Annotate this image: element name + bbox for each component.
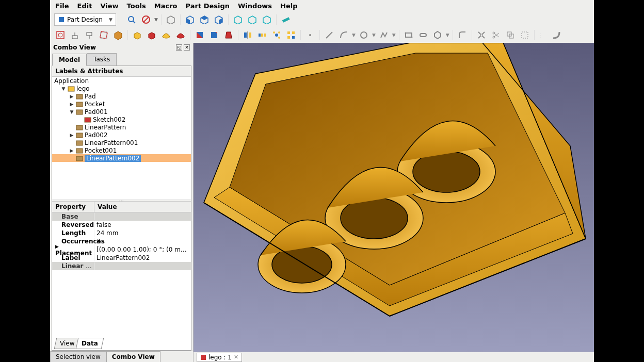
construction-button[interactable] — [519, 29, 531, 41]
tree-item[interactable]: ▶Pocket001 — [52, 146, 191, 154]
expand-arrow-icon[interactable]: ▶ — [69, 148, 74, 153]
tab-selection-view[interactable]: Selection view — [50, 351, 106, 362]
property-row[interactable]: ▶Placement[(0.00 0.00 1.00); 0 °; (0 mm … — [52, 245, 191, 254]
chevron-down-icon[interactable]: ▼ — [154, 17, 158, 22]
draft-button[interactable] — [222, 29, 235, 41]
bottom-view-button[interactable] — [246, 13, 259, 26]
svg-rect-44 — [292, 31, 295, 34]
chevron-down-icon[interactable]: ▼ — [446, 32, 449, 38]
pocket-button[interactable] — [146, 29, 158, 41]
measure-button[interactable] — [280, 13, 292, 26]
ruler-icon — [281, 15, 291, 24]
svg-point-57 — [480, 34, 482, 36]
fillet-button[interactable] — [194, 29, 206, 41]
fillet-sketch-button[interactable] — [456, 29, 469, 41]
menu-tools[interactable]: Tools — [127, 2, 146, 10]
tree-item[interactable]: LinearPattern002 — [52, 154, 191, 162]
mirrored-button[interactable] — [242, 29, 254, 41]
tree-item[interactable]: ▶Pad — [52, 92, 191, 100]
document-tab[interactable]: lego : 1 ✕ — [197, 353, 242, 362]
tab-tasks[interactable]: Tasks — [87, 53, 117, 65]
front-view-button[interactable] — [184, 13, 196, 26]
chamfer-button[interactable] — [208, 29, 220, 41]
pad-button[interactable] — [131, 29, 143, 41]
iso-view-button[interactable] — [165, 13, 177, 26]
groove-button[interactable] — [174, 29, 187, 41]
tree-item[interactable]: Sketch002 — [52, 116, 191, 123]
slot-button[interactable] — [417, 29, 429, 41]
right-view-button[interactable] — [213, 13, 225, 26]
property-row[interactable]: Length24 mm — [52, 229, 191, 237]
chevron-down-icon[interactable]: ▼ — [352, 32, 356, 38]
revolution-button[interactable] — [160, 29, 172, 41]
chevron-down-icon[interactable]: ▼ — [372, 32, 376, 38]
fillet2-icon — [458, 30, 467, 40]
tree-item[interactable]: ▼Pad001 — [52, 108, 191, 116]
map-icon — [99, 30, 108, 40]
menu-windows[interactable]: Windows — [238, 2, 272, 10]
polyline-button[interactable] — [378, 29, 390, 41]
tree-item[interactable]: ▼lego — [52, 85, 191, 92]
point-button[interactable] — [304, 29, 316, 41]
svg-line-61 — [494, 33, 499, 37]
svg-rect-70 — [76, 125, 83, 130]
menu-view[interactable]: View — [100, 2, 118, 10]
groove-icon — [176, 30, 185, 40]
chamfer-icon — [210, 30, 219, 40]
left-view-button[interactable] — [261, 13, 273, 26]
tab-model[interactable]: Model — [52, 54, 87, 66]
close-panel-button[interactable]: ✕ — [184, 44, 190, 51]
arc-button[interactable] — [337, 29, 350, 41]
linear-pattern-button[interactable] — [256, 29, 268, 41]
menu-bar: File Edit View Tools Macro Part Design W… — [50, 0, 594, 12]
menu-edit[interactable]: Edit — [77, 2, 92, 10]
tree-item[interactable]: LinearPattern — [52, 123, 191, 131]
line-button[interactable] — [323, 29, 335, 41]
close-icon[interactable]: ✕ — [234, 354, 238, 360]
splitter[interactable] — [52, 200, 191, 202]
expand-arrow-icon[interactable]: ▶ — [69, 133, 74, 138]
expand-arrow-icon[interactable]: ▼ — [69, 109, 74, 114]
menu-help[interactable]: Help — [280, 2, 297, 10]
menu-file[interactable]: File — [55, 2, 69, 10]
map-sketch-button[interactable] — [98, 29, 110, 41]
circle-button[interactable] — [358, 29, 370, 41]
document-tab-label: lego : 1 — [208, 354, 232, 361]
float-panel-button[interactable]: ◱ — [176, 44, 182, 51]
tangent-arc-button[interactable] — [550, 29, 562, 41]
extend-button[interactable] — [490, 29, 502, 41]
expand-arrow-icon[interactable]: ▼ — [61, 86, 66, 91]
hex-button[interactable] — [431, 29, 444, 41]
tree-item-label: Pocket001 — [85, 147, 117, 154]
property-row[interactable]: LabelLinearPattern002 — [52, 254, 191, 262]
tree-item[interactable]: ▶Pocket — [52, 100, 191, 108]
menu-macro[interactable]: Macro — [154, 2, 178, 10]
cube-rear-icon — [233, 15, 243, 24]
workbench-selector[interactable]: Part Design ▼ — [54, 13, 116, 26]
3d-viewport[interactable]: lego : 1 ✕ — [194, 43, 594, 362]
model-tree[interactable]: Application ▼lego▶Pad▶Pocket▼Pad001Sketc… — [52, 77, 191, 200]
tab-data-props[interactable]: Data — [76, 338, 104, 349]
new-sketch-button[interactable] — [54, 29, 67, 41]
leave-sketch-button[interactable] — [83, 29, 95, 41]
overflow-icon[interactable]: ⋮ — [538, 32, 543, 38]
tab-combo-view[interactable]: Combo View — [106, 351, 160, 362]
multitransform-button[interactable] — [285, 29, 297, 41]
chevron-down-icon[interactable]: ▼ — [392, 32, 396, 38]
polar-pattern-button[interactable] — [270, 29, 283, 41]
wizard-button[interactable] — [112, 29, 124, 41]
expand-arrow-icon[interactable]: ▶ — [69, 94, 74, 99]
tree-item[interactable]: LinearPattern001 — [52, 139, 191, 146]
rear-view-button[interactable] — [232, 13, 244, 26]
property-row[interactable]: Reversedfalse — [52, 221, 191, 229]
top-view-button[interactable] — [198, 13, 211, 26]
fit-view-button[interactable] — [125, 13, 138, 26]
expand-arrow-icon[interactable]: ▶ — [69, 102, 74, 107]
trim-button[interactable] — [475, 29, 488, 41]
draw-style-button[interactable] — [140, 13, 152, 26]
external-button[interactable] — [504, 29, 517, 41]
rect-button[interactable] — [403, 29, 415, 41]
menu-partdesign[interactable]: Part Design — [186, 2, 230, 10]
edit-sketch-button[interactable] — [69, 29, 81, 41]
tree-item[interactable]: ▶Pad002 — [52, 131, 191, 139]
